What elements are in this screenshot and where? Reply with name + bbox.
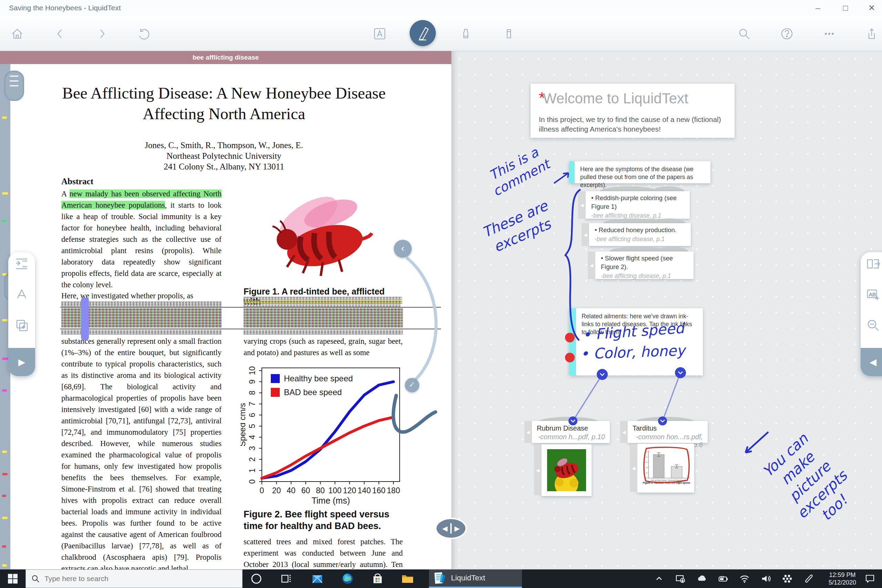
taskbar: LiquidText 12:59 PM 5/12/2020	[0, 569, 882, 588]
disease-card-rubrum[interactable]: ◀ Rubrum Disease -common h...pdf, p.10	[532, 421, 610, 443]
squeezed-text[interactable]	[244, 297, 402, 300]
maximize-button[interactable]: □	[835, 2, 856, 14]
forward-icon[interactable]	[94, 26, 110, 41]
collapse-tab-icon[interactable]: ◀	[578, 191, 586, 219]
highlight-mark[interactable]	[2, 517, 8, 519]
more-options-icon[interactable]	[822, 26, 837, 41]
document-tab[interactable]: bee afflicting disease	[0, 51, 452, 64]
squeezed-text[interactable]	[244, 304, 400, 307]
excerpt-card[interactable]: ◀• Reddish-purple coloring (see Figure 1…	[586, 191, 690, 219]
highlight-mark[interactable]	[2, 357, 8, 360]
highlight-mark[interactable]	[2, 473, 8, 476]
link-handle-anchor[interactable]: ✓	[405, 378, 419, 392]
pane-divider-handle[interactable]: ◀ ▶	[435, 518, 467, 539]
send-to-workspace-icon[interactable]	[861, 256, 882, 273]
collapse-tab-icon[interactable]: ◀	[524, 421, 532, 443]
svg-text:80: 80	[316, 486, 325, 495]
minimize-button[interactable]: –	[808, 2, 828, 14]
tray-chevron-icon[interactable]	[650, 569, 668, 588]
disease-card-tarditus[interactable]: ◀ Tarditus -common hon...rs.pdf, p.6	[628, 421, 708, 443]
collapse-tab-icon[interactable]: ◀	[582, 223, 589, 246]
highlight-mark[interactable]	[2, 319, 8, 321]
panel-collapse-button[interactable]: ◀	[861, 348, 882, 376]
highlight-mark[interactable]	[2, 450, 7, 453]
home-icon[interactable]	[10, 26, 25, 41]
taskbar-search[interactable]	[26, 569, 243, 588]
figure2-chart[interactable]: 020406080100120140160180012345678910Time…	[240, 365, 406, 506]
panel-expand-button[interactable]: ▶	[8, 348, 35, 376]
highlight-mark[interactable]	[2, 564, 7, 567]
picture-excerpt-tarditus[interactable]: ◀ 0246810Normal Flight SpeedReduced Flig…	[638, 444, 694, 493]
search-input[interactable]	[45, 574, 224, 583]
highlight-mark[interactable]	[2, 545, 6, 548]
collapse-tab-icon[interactable]: ◀	[620, 421, 628, 443]
action-center-icon[interactable]	[861, 569, 879, 588]
picture-excerpt-rubrum[interactable]: ◀	[542, 444, 591, 496]
excerpt-card[interactable]: ◀• Reduced honey production.-bee afflict…	[589, 223, 691, 246]
add-text-note-icon[interactable]: AB	[861, 286, 882, 303]
font-highlight-icon[interactable]	[8, 286, 35, 303]
liquidtext-taskbar-item[interactable]: LiquidText	[429, 569, 522, 588]
collapsed-section-noise[interactable]	[244, 308, 403, 328]
squeezed-text-yellow-highlight[interactable]	[244, 300, 402, 304]
microsoft-store-button[interactable]	[367, 569, 388, 588]
zoom-out-icon[interactable]	[861, 318, 882, 334]
svg-text:3: 3	[248, 446, 256, 450]
collapse-tab-icon[interactable]: ◀	[534, 445, 542, 495]
pinch-collapse-line[interactable]	[60, 328, 441, 329]
abstract-heading: Abstract	[62, 177, 93, 186]
close-button[interactable]: ✕	[861, 2, 882, 14]
mail-app-button[interactable]	[306, 569, 328, 588]
eraser-tool-icon[interactable]	[501, 26, 516, 41]
highlight-mark[interactable]	[2, 389, 7, 392]
svg-text:6: 6	[646, 461, 646, 463]
collapsed-page-thumb[interactable]	[4, 70, 24, 101]
tray-display-icon[interactable]	[671, 569, 690, 588]
share-icon[interactable]	[864, 26, 879, 41]
highlight-mark[interactable]	[2, 495, 6, 497]
undo-icon[interactable]	[136, 26, 152, 41]
text-select-tool-icon[interactable]	[372, 26, 387, 41]
ink-link-dot-color[interactable]	[565, 353, 574, 362]
pinch-collapse-line[interactable]	[60, 307, 441, 308]
excerpt-card[interactable]: ◀• Slower flight speed (see Figure 2).-b…	[596, 252, 693, 279]
pinch-collapse-icon[interactable]	[8, 256, 35, 273]
ink-text-picture-excerpts[interactable]: You can make picture excerpts too!	[756, 427, 864, 536]
tray-pen-icon[interactable]	[800, 569, 818, 588]
tray-wifi-icon[interactable]	[735, 569, 754, 588]
comment-note-symptoms[interactable]: Here are the symptoms of the disease (we…	[569, 161, 710, 183]
tray-volume-icon[interactable]	[757, 569, 775, 588]
ink-link-dot-flight[interactable]	[565, 333, 574, 342]
cortana-button[interactable]	[245, 569, 267, 588]
ink-text-comment[interactable]: This is a comment	[480, 141, 555, 201]
file-explorer-button[interactable]	[396, 569, 418, 588]
collapse-tab-icon[interactable]: ◀	[588, 252, 596, 279]
collapse-tab-icon[interactable]: ◀	[630, 444, 638, 492]
tray-dropbox-icon[interactable]	[778, 569, 796, 588]
highlight-mark[interactable]	[2, 116, 7, 119]
welcome-note[interactable]: *Welcome to LiquidText In this project, …	[531, 84, 735, 138]
workspace-canvas[interactable]: *Welcome to LiquidText In this project, …	[452, 51, 882, 569]
tray-onedrive-icon[interactable]	[693, 569, 711, 588]
ink-text-excerpts[interactable]: These are excerpts	[475, 195, 562, 260]
highlighter-tool-icon[interactable]	[458, 26, 473, 41]
link-handle-collapse[interactable]: ‹	[394, 240, 412, 258]
squeezed-text[interactable]	[244, 330, 403, 334]
page-scrubber-handle[interactable]	[81, 298, 89, 340]
search-icon[interactable]	[736, 26, 752, 41]
task-view-button[interactable]	[275, 569, 297, 588]
figure1-image[interactable]	[243, 188, 402, 285]
tray-battery-icon[interactable]	[714, 569, 732, 588]
highlight-mark[interactable]	[2, 220, 6, 222]
start-button[interactable]	[0, 569, 26, 588]
svg-text:6: 6	[248, 412, 256, 417]
edge-browser-button[interactable]	[337, 569, 358, 588]
liquidtext-taskbar-label: LiquidText	[451, 573, 485, 582]
highlight-mark[interactable]	[2, 192, 8, 195]
back-icon[interactable]	[52, 26, 68, 41]
taskbar-clock[interactable]: 12:59 PM 5/12/2020	[822, 571, 863, 586]
help-icon[interactable]	[779, 26, 795, 41]
new-excerpt-icon[interactable]	[8, 318, 35, 334]
pen-tool-active[interactable]	[410, 20, 436, 46]
divider-left-arrow-icon: ◀	[442, 524, 447, 532]
